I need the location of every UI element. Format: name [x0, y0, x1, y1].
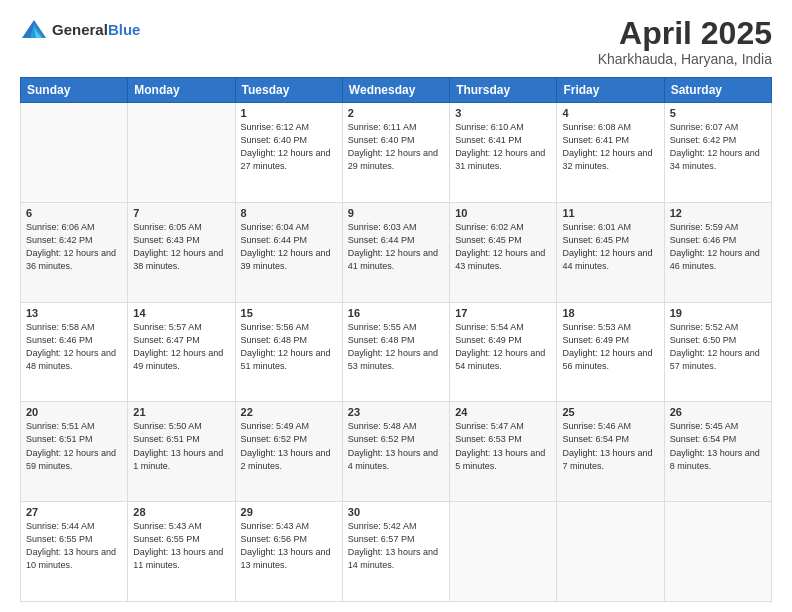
table-row: 2Sunrise: 6:11 AM Sunset: 6:40 PM Daylig… — [342, 103, 449, 203]
day-number: 24 — [455, 406, 551, 418]
table-row: 3Sunrise: 6:10 AM Sunset: 6:41 PM Daylig… — [450, 103, 557, 203]
col-wednesday: Wednesday — [342, 78, 449, 103]
day-info: Sunrise: 6:02 AM Sunset: 6:45 PM Dayligh… — [455, 221, 551, 273]
table-row: 16Sunrise: 5:55 AM Sunset: 6:48 PM Dayli… — [342, 302, 449, 402]
day-info: Sunrise: 5:59 AM Sunset: 6:46 PM Dayligh… — [670, 221, 766, 273]
calendar-week-row: 6Sunrise: 6:06 AM Sunset: 6:42 PM Daylig… — [21, 202, 772, 302]
table-row — [664, 502, 771, 602]
logo-general: General — [52, 21, 108, 38]
calendar-week-row: 27Sunrise: 5:44 AM Sunset: 6:55 PM Dayli… — [21, 502, 772, 602]
table-row — [450, 502, 557, 602]
table-row: 4Sunrise: 6:08 AM Sunset: 6:41 PM Daylig… — [557, 103, 664, 203]
day-info: Sunrise: 5:49 AM Sunset: 6:52 PM Dayligh… — [241, 420, 337, 472]
calendar-table: Sunday Monday Tuesday Wednesday Thursday… — [20, 77, 772, 602]
table-row: 19Sunrise: 5:52 AM Sunset: 6:50 PM Dayli… — [664, 302, 771, 402]
table-row: 17Sunrise: 5:54 AM Sunset: 6:49 PM Dayli… — [450, 302, 557, 402]
title-month: April 2025 — [598, 16, 772, 51]
table-row: 14Sunrise: 5:57 AM Sunset: 6:47 PM Dayli… — [128, 302, 235, 402]
table-row: 26Sunrise: 5:45 AM Sunset: 6:54 PM Dayli… — [664, 402, 771, 502]
day-info: Sunrise: 6:07 AM Sunset: 6:42 PM Dayligh… — [670, 121, 766, 173]
day-info: Sunrise: 5:44 AM Sunset: 6:55 PM Dayligh… — [26, 520, 122, 572]
table-row: 20Sunrise: 5:51 AM Sunset: 6:51 PM Dayli… — [21, 402, 128, 502]
day-number: 9 — [348, 207, 444, 219]
table-row: 23Sunrise: 5:48 AM Sunset: 6:52 PM Dayli… — [342, 402, 449, 502]
calendar-week-row: 1Sunrise: 6:12 AM Sunset: 6:40 PM Daylig… — [21, 103, 772, 203]
table-row: 1Sunrise: 6:12 AM Sunset: 6:40 PM Daylig… — [235, 103, 342, 203]
day-info: Sunrise: 5:48 AM Sunset: 6:52 PM Dayligh… — [348, 420, 444, 472]
day-number: 26 — [670, 406, 766, 418]
day-number: 1 — [241, 107, 337, 119]
page: GeneralBlue April 2025 Kharkhauda, Harya… — [0, 0, 792, 612]
logo-blue: Blue — [108, 21, 141, 38]
day-info: Sunrise: 5:51 AM Sunset: 6:51 PM Dayligh… — [26, 420, 122, 472]
table-row — [128, 103, 235, 203]
day-number: 17 — [455, 307, 551, 319]
table-row: 11Sunrise: 6:01 AM Sunset: 6:45 PM Dayli… — [557, 202, 664, 302]
table-row: 21Sunrise: 5:50 AM Sunset: 6:51 PM Dayli… — [128, 402, 235, 502]
day-info: Sunrise: 6:10 AM Sunset: 6:41 PM Dayligh… — [455, 121, 551, 173]
day-number: 23 — [348, 406, 444, 418]
header: GeneralBlue April 2025 Kharkhauda, Harya… — [20, 16, 772, 67]
day-info: Sunrise: 6:01 AM Sunset: 6:45 PM Dayligh… — [562, 221, 658, 273]
day-number: 14 — [133, 307, 229, 319]
col-monday: Monday — [128, 78, 235, 103]
table-row: 24Sunrise: 5:47 AM Sunset: 6:53 PM Dayli… — [450, 402, 557, 502]
table-row: 29Sunrise: 5:43 AM Sunset: 6:56 PM Dayli… — [235, 502, 342, 602]
day-number: 2 — [348, 107, 444, 119]
day-info: Sunrise: 6:08 AM Sunset: 6:41 PM Dayligh… — [562, 121, 658, 173]
day-info: Sunrise: 5:45 AM Sunset: 6:54 PM Dayligh… — [670, 420, 766, 472]
table-row: 10Sunrise: 6:02 AM Sunset: 6:45 PM Dayli… — [450, 202, 557, 302]
table-row: 18Sunrise: 5:53 AM Sunset: 6:49 PM Dayli… — [557, 302, 664, 402]
table-row: 8Sunrise: 6:04 AM Sunset: 6:44 PM Daylig… — [235, 202, 342, 302]
day-info: Sunrise: 5:43 AM Sunset: 6:56 PM Dayligh… — [241, 520, 337, 572]
col-friday: Friday — [557, 78, 664, 103]
day-number: 29 — [241, 506, 337, 518]
day-number: 4 — [562, 107, 658, 119]
day-info: Sunrise: 5:47 AM Sunset: 6:53 PM Dayligh… — [455, 420, 551, 472]
day-number: 12 — [670, 207, 766, 219]
table-row: 5Sunrise: 6:07 AM Sunset: 6:42 PM Daylig… — [664, 103, 771, 203]
table-row: 22Sunrise: 5:49 AM Sunset: 6:52 PM Dayli… — [235, 402, 342, 502]
day-number: 27 — [26, 506, 122, 518]
table-row — [21, 103, 128, 203]
day-number: 6 — [26, 207, 122, 219]
day-info: Sunrise: 6:12 AM Sunset: 6:40 PM Dayligh… — [241, 121, 337, 173]
day-info: Sunrise: 6:11 AM Sunset: 6:40 PM Dayligh… — [348, 121, 444, 173]
day-info: Sunrise: 5:53 AM Sunset: 6:49 PM Dayligh… — [562, 321, 658, 373]
table-row: 12Sunrise: 5:59 AM Sunset: 6:46 PM Dayli… — [664, 202, 771, 302]
table-row: 30Sunrise: 5:42 AM Sunset: 6:57 PM Dayli… — [342, 502, 449, 602]
day-number: 22 — [241, 406, 337, 418]
day-number: 15 — [241, 307, 337, 319]
day-info: Sunrise: 5:56 AM Sunset: 6:48 PM Dayligh… — [241, 321, 337, 373]
table-row: 7Sunrise: 6:05 AM Sunset: 6:43 PM Daylig… — [128, 202, 235, 302]
day-info: Sunrise: 5:58 AM Sunset: 6:46 PM Dayligh… — [26, 321, 122, 373]
day-info: Sunrise: 5:52 AM Sunset: 6:50 PM Dayligh… — [670, 321, 766, 373]
col-saturday: Saturday — [664, 78, 771, 103]
table-row: 13Sunrise: 5:58 AM Sunset: 6:46 PM Dayli… — [21, 302, 128, 402]
table-row: 25Sunrise: 5:46 AM Sunset: 6:54 PM Dayli… — [557, 402, 664, 502]
day-info: Sunrise: 5:55 AM Sunset: 6:48 PM Dayligh… — [348, 321, 444, 373]
day-number: 16 — [348, 307, 444, 319]
logo-text: GeneralBlue — [52, 22, 140, 39]
calendar-week-row: 20Sunrise: 5:51 AM Sunset: 6:51 PM Dayli… — [21, 402, 772, 502]
table-row — [557, 502, 664, 602]
day-number: 13 — [26, 307, 122, 319]
day-number: 8 — [241, 207, 337, 219]
day-number: 11 — [562, 207, 658, 219]
table-row: 15Sunrise: 5:56 AM Sunset: 6:48 PM Dayli… — [235, 302, 342, 402]
logo: GeneralBlue — [20, 16, 140, 44]
title-location: Kharkhauda, Haryana, India — [598, 51, 772, 67]
day-info: Sunrise: 6:06 AM Sunset: 6:42 PM Dayligh… — [26, 221, 122, 273]
logo-icon — [20, 16, 48, 44]
day-number: 25 — [562, 406, 658, 418]
day-number: 18 — [562, 307, 658, 319]
table-row: 27Sunrise: 5:44 AM Sunset: 6:55 PM Dayli… — [21, 502, 128, 602]
title-block: April 2025 Kharkhauda, Haryana, India — [598, 16, 772, 67]
day-number: 19 — [670, 307, 766, 319]
col-tuesday: Tuesday — [235, 78, 342, 103]
table-row: 28Sunrise: 5:43 AM Sunset: 6:55 PM Dayli… — [128, 502, 235, 602]
day-info: Sunrise: 5:43 AM Sunset: 6:55 PM Dayligh… — [133, 520, 229, 572]
day-number: 10 — [455, 207, 551, 219]
col-sunday: Sunday — [21, 78, 128, 103]
day-info: Sunrise: 6:05 AM Sunset: 6:43 PM Dayligh… — [133, 221, 229, 273]
